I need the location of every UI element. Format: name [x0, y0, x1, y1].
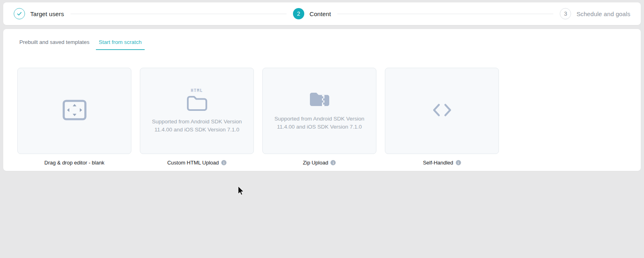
card-label-row: Zip Upload i — [262, 160, 376, 166]
mouse-cursor-icon — [237, 186, 245, 198]
content-panel: Prebuilt and saved templates Start from … — [3, 29, 641, 171]
info-icon[interactable]: i — [330, 160, 336, 165]
step-schedule-and-goals[interactable]: 3 Schedule and goals — [560, 8, 630, 19]
html-icon-text: HTML — [191, 88, 203, 93]
sdk-support-note: Supported from Android SDK Version 11.4.… — [152, 118, 242, 133]
card-col-zip: Supported from Android SDK Version 11.4.… — [262, 68, 376, 166]
card-col-self-handled: Self-Handled i — [385, 68, 499, 166]
template-source-tabs: Prebuilt and saved templates Start from … — [17, 39, 641, 50]
sdk-support-note: Supported from Android SDK Version 11.4.… — [274, 115, 364, 131]
card-label-row: Custom HTML Upload i — [140, 160, 254, 166]
drag-drop-expand-icon — [62, 100, 87, 122]
step-target-users[interactable]: Target users — [14, 8, 64, 19]
step-content[interactable]: 2 Content — [293, 8, 331, 19]
content-type-cards: Drag & drop editor - blank HTML Supporte… — [17, 68, 641, 166]
info-icon[interactable]: i — [456, 160, 461, 165]
step-completed-check-icon — [14, 8, 25, 19]
card-label-drag-drop: Drag & drop editor - blank — [44, 160, 104, 166]
step-number-badge: 2 — [293, 8, 304, 19]
card-label-row: Drag & drop editor - blank — [17, 160, 131, 166]
custom-html-upload-card[interactable]: HTML Supported from Android SDK Version … — [140, 68, 254, 154]
tab-start-from-scratch[interactable]: Start from scratch — [96, 39, 145, 50]
step-label-schedule-goals: Schedule and goals — [576, 10, 630, 17]
card-col-custom-html: HTML Supported from Android SDK Version … — [140, 68, 254, 166]
step-label-content: Content — [310, 10, 331, 17]
stepper-connector — [71, 14, 287, 14]
card-label-row: Self-Handled i — [385, 160, 499, 166]
card-label-zip: Zip Upload — [303, 160, 328, 166]
step-number-badge: 3 — [560, 8, 571, 19]
self-handled-card[interactable] — [385, 68, 499, 154]
card-label-self-handled: Self-Handled — [423, 160, 453, 166]
zip-folder-icon — [309, 91, 330, 109]
card-label-custom-html: Custom HTML Upload — [167, 160, 219, 166]
stepper-connector — [337, 14, 553, 14]
wizard-stepper: Target users 2 Content 3 Schedule and go… — [3, 2, 641, 25]
tab-prebuilt-templates[interactable]: Prebuilt and saved templates — [17, 39, 92, 50]
code-brackets-icon — [432, 103, 453, 119]
zip-upload-card[interactable]: Supported from Android SDK Version 11.4.… — [262, 68, 376, 154]
html-folder-icon: HTML — [186, 88, 208, 112]
step-label-target-users: Target users — [30, 10, 64, 17]
card-col-drag-drop: Drag & drop editor - blank — [17, 68, 131, 166]
drag-drop-editor-card[interactable] — [17, 68, 131, 154]
info-icon[interactable]: i — [221, 160, 226, 165]
